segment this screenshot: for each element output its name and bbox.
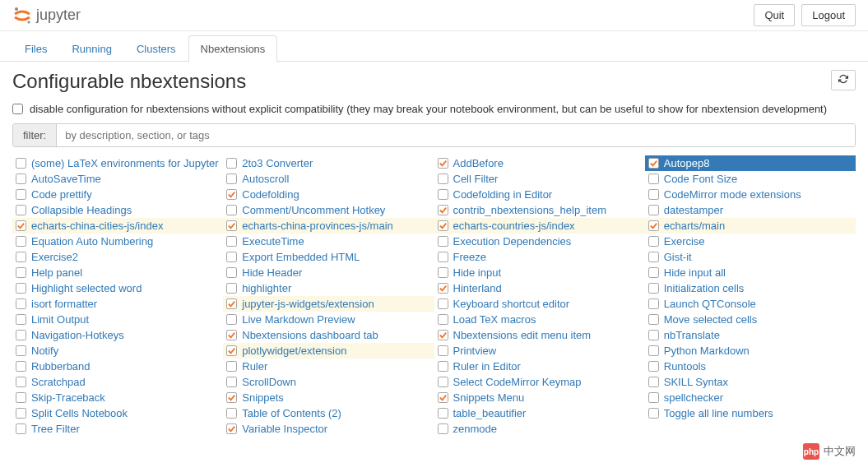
extension-link[interactable]: Ruler — [242, 360, 267, 373]
extension-link[interactable]: Snippets — [242, 391, 284, 404]
extension-item[interactable]: Autoscroll — [223, 171, 434, 187]
extension-link[interactable]: Hide Header — [242, 266, 302, 279]
checked-icon[interactable] — [16, 220, 26, 231]
extension-link[interactable]: Execution Dependencies — [453, 235, 572, 248]
extension-link[interactable]: Table of Contents (2) — [242, 407, 341, 419]
tab-files[interactable]: Files — [12, 35, 59, 62]
unchecked-icon[interactable] — [648, 236, 659, 247]
unchecked-icon[interactable] — [16, 158, 26, 169]
extension-item[interactable]: Highlight selected word — [12, 280, 223, 296]
extension-item[interactable]: jupyter-js-widgets/extension — [223, 296, 434, 312]
extension-item[interactable]: echarts-china-provinces-js/main — [223, 218, 434, 234]
extension-link[interactable]: echarts-china-cities-js/index — [31, 220, 163, 232]
unchecked-icon[interactable] — [438, 236, 448, 247]
extension-link[interactable]: (some) LaTeX environments for Jupyter — [31, 157, 219, 169]
extension-link[interactable]: Gist-it — [664, 251, 692, 263]
checked-icon[interactable] — [226, 189, 237, 200]
extension-link[interactable]: Move selected cells — [664, 313, 757, 326]
extension-item[interactable]: Autopep8 — [645, 155, 856, 171]
unchecked-icon[interactable] — [648, 174, 659, 184]
extension-link[interactable]: echarts-countries-js/index — [453, 220, 575, 232]
unchecked-icon[interactable] — [226, 283, 237, 294]
extension-item[interactable]: Code prettify — [12, 187, 223, 202]
unchecked-icon[interactable] — [226, 205, 237, 215]
extension-item[interactable]: Export Embedded HTML — [223, 249, 434, 265]
extension-item[interactable]: Execution Dependencies — [434, 234, 645, 249]
extension-link[interactable]: zenmode — [453, 423, 497, 435]
extension-item[interactable]: Launch QTConsole — [645, 296, 856, 312]
extension-item[interactable]: Gist-it — [645, 249, 856, 265]
extension-link[interactable]: ExecuteTime — [242, 235, 304, 248]
unchecked-icon[interactable] — [226, 252, 237, 262]
extension-link[interactable]: spellchecker — [664, 391, 723, 404]
extension-link[interactable]: echarts-china-provinces-js/main — [242, 220, 393, 232]
extension-link[interactable]: Hide input all — [664, 266, 726, 279]
extension-item[interactable]: Toggle all line numbers — [645, 405, 856, 421]
extension-item[interactable]: Keyboard shortcut editor — [434, 296, 645, 312]
unchecked-icon[interactable] — [648, 283, 659, 294]
extension-item[interactable]: ExecuteTime — [223, 234, 434, 249]
extension-link[interactable]: Hide input — [453, 266, 502, 279]
unchecked-icon[interactable] — [438, 423, 448, 434]
unchecked-icon[interactable] — [226, 408, 237, 419]
unchecked-icon[interactable] — [226, 314, 237, 325]
checked-icon[interactable] — [226, 298, 237, 309]
extension-item[interactable]: Hide input all — [645, 265, 856, 280]
extension-link[interactable]: Python Markdown — [664, 345, 750, 357]
unchecked-icon[interactable] — [16, 330, 26, 340]
filter-input[interactable] — [57, 124, 855, 146]
extension-item[interactable]: echarts-china-cities-js/index — [12, 218, 223, 234]
extension-link[interactable]: Skip-Traceback — [31, 391, 105, 404]
extension-link[interactable]: Variable Inspector — [242, 423, 327, 435]
extension-item[interactable]: Freeze — [434, 249, 645, 265]
extension-item[interactable]: Code Font Size — [645, 171, 856, 187]
extension-link[interactable]: Ruler in Editor — [453, 360, 521, 373]
extension-item[interactable]: datestamper — [645, 202, 856, 218]
unchecked-icon[interactable] — [648, 361, 659, 372]
unchecked-icon[interactable] — [438, 377, 448, 387]
unchecked-icon[interactable] — [226, 174, 237, 184]
extension-link[interactable]: ScrollDown — [242, 376, 296, 388]
extension-link[interactable]: Split Cells Notebook — [31, 407, 128, 419]
extension-link[interactable]: Highlight selected word — [31, 282, 142, 294]
extension-item[interactable]: Cell Filter — [434, 171, 645, 187]
unchecked-icon[interactable] — [648, 377, 659, 387]
extension-item[interactable]: Variable Inspector — [223, 421, 434, 437]
extension-link[interactable]: Toggle all line numbers — [664, 407, 773, 419]
extension-item[interactable]: Rubberband — [12, 359, 223, 374]
unchecked-icon[interactable] — [16, 377, 26, 387]
unchecked-icon[interactable] — [438, 174, 448, 184]
extension-link[interactable]: datestamper — [664, 204, 723, 216]
extension-link[interactable]: AddBefore — [453, 157, 504, 169]
extension-link[interactable]: CodeMirror mode extensions — [664, 188, 801, 201]
unchecked-icon[interactable] — [16, 174, 26, 184]
unchecked-icon[interactable] — [648, 298, 659, 309]
extension-link[interactable]: contrib_nbextensions_help_item — [453, 204, 606, 216]
checked-icon[interactable] — [226, 345, 237, 356]
extension-item[interactable]: AddBefore — [434, 155, 645, 171]
disable-config-row[interactable]: disable configuration for nbextensions w… — [12, 103, 856, 115]
extension-item[interactable]: table_beautifier — [434, 405, 645, 421]
unchecked-icon[interactable] — [438, 189, 448, 200]
unchecked-icon[interactable] — [16, 345, 26, 356]
unchecked-icon[interactable] — [438, 298, 448, 309]
unchecked-icon[interactable] — [648, 392, 659, 403]
checked-icon[interactable] — [438, 392, 448, 403]
unchecked-icon[interactable] — [16, 252, 26, 262]
extension-link[interactable]: Scratchpad — [31, 376, 86, 388]
extension-item[interactable]: Initialization cells — [645, 280, 856, 296]
extension-item[interactable]: Nbextensions edit menu item — [434, 327, 645, 343]
extension-link[interactable]: Runtools — [664, 360, 706, 373]
extension-link[interactable]: isort formatter — [31, 298, 97, 310]
unchecked-icon[interactable] — [16, 423, 26, 434]
unchecked-icon[interactable] — [648, 205, 659, 215]
extension-item[interactable]: Snippets — [223, 390, 434, 405]
extension-link[interactable]: Code Font Size — [664, 173, 738, 185]
tab-clusters[interactable]: Clusters — [124, 35, 188, 62]
logo[interactable]: jupyter — [12, 6, 81, 25]
extension-item[interactable]: Notify — [12, 343, 223, 359]
extension-item[interactable]: Ruler — [223, 359, 434, 374]
extension-item[interactable]: isort formatter — [12, 296, 223, 312]
unchecked-icon[interactable] — [648, 345, 659, 356]
unchecked-icon[interactable] — [16, 392, 26, 403]
